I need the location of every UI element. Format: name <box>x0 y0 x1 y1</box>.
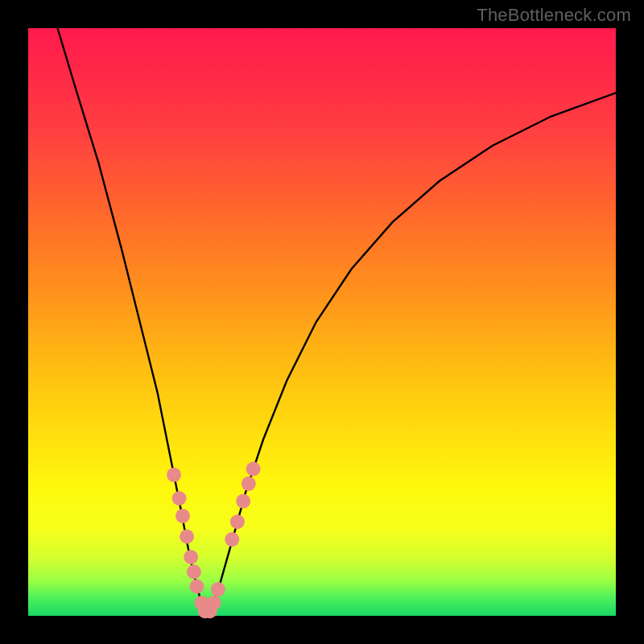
marker-dot <box>184 550 198 564</box>
marker-dot <box>242 477 256 491</box>
marker-dot <box>167 468 181 482</box>
marker-dot <box>175 509 190 523</box>
marker-dot <box>190 580 204 594</box>
marker-dot <box>187 564 201 579</box>
marker-group <box>167 462 261 619</box>
marker-dot <box>236 494 250 509</box>
marker-dot <box>225 532 239 547</box>
chart-overlay <box>28 28 616 616</box>
watermark-text: TheBottleneck.com <box>477 5 631 26</box>
marker-dot <box>230 514 245 529</box>
chart-frame: TheBottleneck.com <box>0 0 644 644</box>
marker-dot <box>246 462 261 477</box>
bottleneck-curve <box>58 28 617 614</box>
marker-dot <box>180 530 194 544</box>
marker-dot <box>207 596 221 610</box>
marker-dot <box>211 582 225 597</box>
marker-dot <box>172 491 187 506</box>
